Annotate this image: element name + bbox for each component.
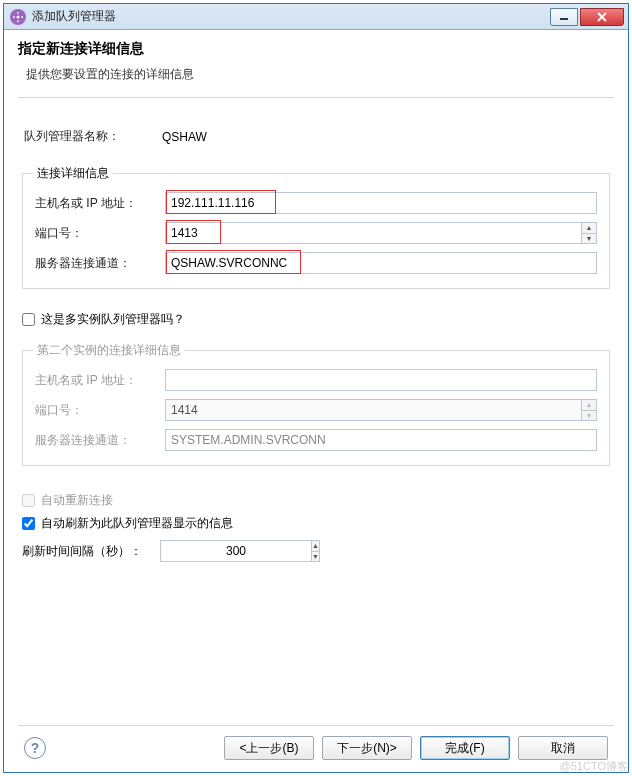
page-title: 指定新连接详细信息	[18, 40, 614, 58]
port2-label: 端口号：	[35, 402, 165, 419]
app-icon	[10, 9, 26, 25]
channel-row: 服务器连接通道：	[35, 252, 597, 274]
host-input[interactable]	[165, 192, 597, 214]
port-input[interactable]	[165, 222, 581, 244]
port2-stepper: ▲ ▼	[581, 399, 597, 421]
window-title: 添加队列管理器	[32, 8, 116, 25]
multi-instance-label: 这是多实例队列管理器吗？	[41, 311, 185, 328]
refresh-interval-spinner[interactable]: ▲ ▼	[160, 540, 280, 562]
qmgr-name-row: 队列管理器名称： QSHAW	[24, 128, 610, 145]
port-stepper[interactable]: ▲ ▼	[581, 222, 597, 244]
auto-refresh-checkbox[interactable]	[22, 517, 35, 530]
next-button[interactable]: 下一步(N)>	[322, 736, 412, 760]
host-label: 主机名或 IP 地址：	[35, 195, 165, 212]
svg-point-2	[17, 20, 19, 22]
refresh-interval-input[interactable]	[160, 540, 311, 562]
svg-point-3	[13, 16, 15, 18]
spin-up-icon[interactable]: ▲	[582, 223, 596, 234]
spin-down-icon[interactable]: ▼	[312, 552, 319, 562]
auto-reconnect-label: 自动重新连接	[41, 492, 113, 509]
second-instance-legend: 第二个实例的连接详细信息	[33, 342, 185, 359]
minimize-button[interactable]	[550, 8, 578, 26]
back-button[interactable]: <上一步(B)	[224, 736, 314, 760]
refresh-stepper[interactable]: ▲ ▼	[311, 540, 320, 562]
titlebar: 添加队列管理器	[4, 4, 628, 30]
port2-spinner: ▲ ▼	[165, 399, 597, 421]
svg-point-0	[17, 15, 20, 18]
refresh-interval-row: 刷新时间间隔（秒）： ▲ ▼	[22, 540, 610, 562]
second-instance-group: 第二个实例的连接详细信息 主机名或 IP 地址： 端口号： ▲ ▼	[22, 350, 610, 466]
wizard-footer: ? <上一步(B) 下一步(N)> 完成(F) 取消	[18, 725, 614, 772]
help-icon[interactable]: ?	[24, 737, 46, 759]
channel2-row: 服务器连接通道：	[35, 429, 597, 451]
spin-down-icon[interactable]: ▼	[582, 234, 596, 244]
qmgr-name-value: QSHAW	[154, 130, 207, 144]
connection-details-legend: 连接详细信息	[33, 165, 113, 182]
auto-refresh-row: 自动刷新为此队列管理器显示的信息	[22, 515, 610, 532]
host-row: 主机名或 IP 地址：	[35, 192, 597, 214]
close-button[interactable]	[580, 8, 624, 26]
port-row: 端口号： ▲ ▼	[35, 222, 597, 244]
host2-input	[165, 369, 597, 391]
port-label: 端口号：	[35, 225, 165, 242]
wizard-header: 指定新连接详细信息 提供您要设置的连接的详细信息	[18, 40, 614, 98]
host2-label: 主机名或 IP 地址：	[35, 372, 165, 389]
port-spinner[interactable]: ▲ ▼	[165, 222, 597, 244]
port2-input	[165, 399, 581, 421]
channel-label: 服务器连接通道：	[35, 255, 165, 272]
auto-refresh-label: 自动刷新为此队列管理器显示的信息	[41, 515, 233, 532]
svg-point-1	[17, 11, 19, 13]
cancel-button[interactable]: 取消	[518, 736, 608, 760]
channel-input[interactable]	[165, 252, 597, 274]
refresh-interval-label: 刷新时间间隔（秒）：	[22, 543, 142, 560]
multi-instance-checkbox[interactable]	[22, 313, 35, 326]
form-area: 队列管理器名称： QSHAW 连接详细信息 主机名或 IP 地址： 端口号： ▲…	[18, 98, 614, 715]
content-area: 指定新连接详细信息 提供您要设置的连接的详细信息 队列管理器名称： QSHAW …	[4, 30, 628, 772]
multi-instance-row: 这是多实例队列管理器吗？	[22, 311, 610, 328]
watermark: @51CTO博客	[560, 759, 628, 774]
svg-rect-5	[560, 18, 568, 20]
page-subtitle: 提供您要设置的连接的详细信息	[26, 66, 614, 83]
host2-row: 主机名或 IP 地址：	[35, 369, 597, 391]
spin-down-icon: ▼	[582, 411, 596, 421]
channel2-input	[165, 429, 597, 451]
connection-details-group: 连接详细信息 主机名或 IP 地址： 端口号： ▲ ▼	[22, 173, 610, 289]
port2-row: 端口号： ▲ ▼	[35, 399, 597, 421]
dialog-window: 添加队列管理器 指定新连接详细信息 提供您要设置的连接的详细信息 队列管理器名称…	[3, 3, 629, 773]
spin-up-icon: ▲	[582, 400, 596, 411]
spin-up-icon[interactable]: ▲	[312, 541, 319, 552]
auto-reconnect-row: 自动重新连接	[22, 492, 610, 509]
auto-reconnect-checkbox	[22, 494, 35, 507]
channel2-label: 服务器连接通道：	[35, 432, 165, 449]
finish-button[interactable]: 完成(F)	[420, 736, 510, 760]
svg-point-4	[21, 16, 23, 18]
qmgr-name-label: 队列管理器名称：	[24, 128, 154, 145]
